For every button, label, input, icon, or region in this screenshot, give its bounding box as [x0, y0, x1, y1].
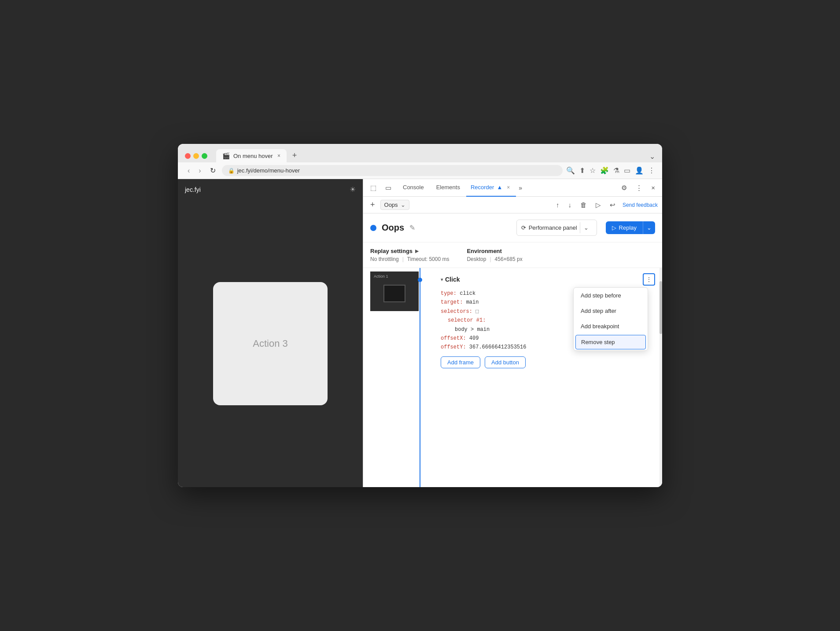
tab-close-button[interactable]: × — [277, 153, 280, 159]
upload-recording-icon[interactable]: ↑ — [553, 200, 563, 210]
offsety-key: offsetY: — [441, 344, 466, 350]
environment-title: Environment — [467, 248, 522, 254]
browser-menu-icon[interactable]: ⋮ — [648, 166, 655, 175]
bookmark-icon[interactable]: ☆ — [589, 166, 596, 175]
more-tabs-button[interactable]: » — [516, 183, 525, 193]
back-button[interactable]: ‹ — [185, 166, 192, 176]
chemistry-icon[interactable]: ⚗ — [613, 166, 619, 175]
add-frame-button[interactable]: Add frame — [441, 356, 480, 368]
undo-recording-icon[interactable]: ↩ — [606, 200, 619, 210]
step-screenshot: Action 1 — [370, 271, 419, 311]
delete-recording-icon[interactable]: 🗑 — [577, 200, 590, 210]
replay-main-button[interactable]: ▷ Replay — [606, 221, 643, 234]
recorder-badge: ▲ — [497, 184, 502, 191]
replay-settings-title[interactable]: Replay settings ▶ — [370, 248, 449, 254]
tab-favicon: 🎬 — [222, 152, 230, 159]
devtools-toolbar: ⬚ ▭ Console Elements Recorder ▲ × » ⚙ ⋮ … — [363, 179, 662, 197]
tab-elements[interactable]: Elements — [430, 180, 466, 196]
step-menu-button[interactable]: ⋮ — [643, 273, 655, 286]
element-picker-icon[interactable]: ⬚ — [367, 182, 380, 194]
devtools-close-icon[interactable]: × — [648, 182, 659, 193]
offsetx-val: 409 — [469, 335, 479, 341]
play-recording-icon[interactable]: ▷ — [592, 200, 604, 210]
screenshot-label: Action 1 — [374, 274, 388, 279]
recorder-tab-close[interactable]: × — [505, 183, 512, 191]
webpage-logo: jec.fyi — [185, 186, 201, 193]
webpage-content: Action 3 — [178, 200, 363, 487]
replay-settings-col: Replay settings ▶ No throttling | Timeou… — [370, 248, 449, 262]
address-bar: ‹ › ↻ 🔒 jec.fyi/demo/menu-hover 🔍 ⬆ ☆ 🧩 … — [178, 162, 662, 179]
refresh-button[interactable]: ↻ — [207, 165, 218, 176]
context-add-step-after[interactable]: Add step after — [574, 303, 648, 319]
recording-dropdown-icon[interactable]: ⌄ — [401, 202, 405, 208]
step-content: ▾ Click ⋮ type: click — [441, 271, 655, 368]
webpage-header: jec.fyi ☀ — [178, 179, 363, 200]
context-add-step-before[interactable]: Add step before — [574, 288, 648, 303]
fullscreen-traffic-light[interactable] — [202, 153, 207, 159]
minimize-traffic-light[interactable] — [193, 153, 199, 159]
scrollbar[interactable] — [659, 268, 662, 487]
environment-label: Environment — [467, 248, 501, 254]
tab-console[interactable]: Console — [397, 180, 430, 196]
forward-button[interactable]: › — [196, 166, 203, 176]
share-icon[interactable]: ⬆ — [579, 166, 585, 175]
perf-panel-label: Performance panel — [529, 224, 577, 231]
step-type-label: Click — [445, 276, 460, 283]
recording-name-text: Oops — [384, 202, 398, 208]
selector1-val: body > main — [455, 327, 490, 333]
action-card: Action 3 — [213, 282, 328, 405]
context-menu: Add step before Add step after Add break… — [573, 287, 648, 351]
type-val: click — [460, 290, 475, 297]
lock-icon: 🔒 — [228, 168, 235, 174]
device-emulation-icon[interactable]: ▭ — [382, 182, 395, 194]
type-key: type: — [441, 290, 457, 297]
close-traffic-light[interactable] — [185, 153, 191, 159]
recording-header: Oops ✎ ⟳ Performance panel ⌄ ▷ Replay ⌄ — [363, 213, 662, 242]
offsetx-key: offsetX: — [441, 335, 466, 341]
replay-settings-sub: No throttling | Timeout: 5000 ms — [370, 256, 449, 262]
new-tab-button[interactable]: + — [288, 149, 301, 161]
scrollbar-thumb[interactable] — [659, 281, 662, 334]
replay-dropdown-icon: ⌄ — [647, 224, 652, 231]
throttling-label: No throttling — [370, 256, 399, 262]
sidebar-icon[interactable]: ▭ — [624, 166, 630, 175]
address-field[interactable]: 🔒 jec.fyi/demo/menu-hover — [222, 165, 563, 176]
recording-status-dot — [370, 225, 376, 231]
devtools-menu-icon[interactable]: ⋮ — [632, 182, 646, 194]
tabs-bar: 🎬 On menu hover × + ⌄ — [216, 149, 655, 162]
step-header: ▾ Click ⋮ — [441, 273, 655, 286]
recorder-tab-label: Recorder — [471, 184, 494, 191]
recording-name-dropdown[interactable]: Oops ⌄ — [380, 200, 409, 210]
selectors-key: selectors: — [441, 308, 472, 315]
download-recording-icon[interactable]: ↓ — [564, 200, 575, 210]
devtools-tabs: Console Elements Recorder ▲ × » — [397, 179, 616, 197]
environment-col: Environment Desktop | 456×685 px — [467, 248, 522, 262]
environment-sub: Desktop | 456×685 px — [467, 256, 522, 262]
title-bar: 🎬 On menu hover × + ⌄ — [178, 144, 662, 162]
add-recording-button[interactable]: + — [368, 199, 378, 210]
perf-panel-dropdown-icon[interactable]: ⌄ — [580, 222, 592, 233]
extension-icon[interactable]: 🧩 — [600, 166, 609, 175]
replay-settings-arrow: ▶ — [415, 249, 419, 253]
browser-window: 🎬 On menu hover × + ⌄ ‹ › ↻ 🔒 jec.fyi/de… — [178, 144, 662, 487]
add-button-button[interactable]: Add button — [485, 356, 526, 368]
send-feedback-link[interactable]: Send feedback — [623, 202, 658, 208]
screenshot-shape — [383, 285, 405, 302]
search-icon[interactable]: 🔍 — [566, 166, 575, 175]
desktop-label: Desktop — [467, 256, 486, 262]
step-expand-icon[interactable]: ▾ — [441, 277, 443, 282]
tab-more-button[interactable]: ⌄ — [649, 152, 655, 161]
profile-icon[interactable]: 👤 — [635, 166, 644, 175]
theme-toggle-icon[interactable]: ☀ — [350, 185, 356, 194]
selector1-key: selector #1: — [448, 317, 486, 323]
context-remove-step[interactable]: Remove step — [575, 335, 646, 349]
tab-recorder[interactable]: Recorder ▲ × — [466, 179, 516, 197]
replay-dropdown-button[interactable]: ⌄ — [643, 221, 655, 234]
recorder-actions: ↑ ↓ 🗑 ▷ ↩ Send feedback — [553, 200, 658, 210]
perf-panel-icon: ⟳ — [521, 224, 526, 231]
performance-panel-button[interactable]: ⟳ Performance panel ⌄ — [516, 220, 597, 236]
browser-tab[interactable]: 🎬 On menu hover × — [216, 149, 287, 162]
edit-name-icon[interactable]: ✎ — [409, 224, 415, 232]
context-add-breakpoint[interactable]: Add breakpoint — [574, 319, 648, 334]
settings-icon[interactable]: ⚙ — [618, 182, 630, 194]
